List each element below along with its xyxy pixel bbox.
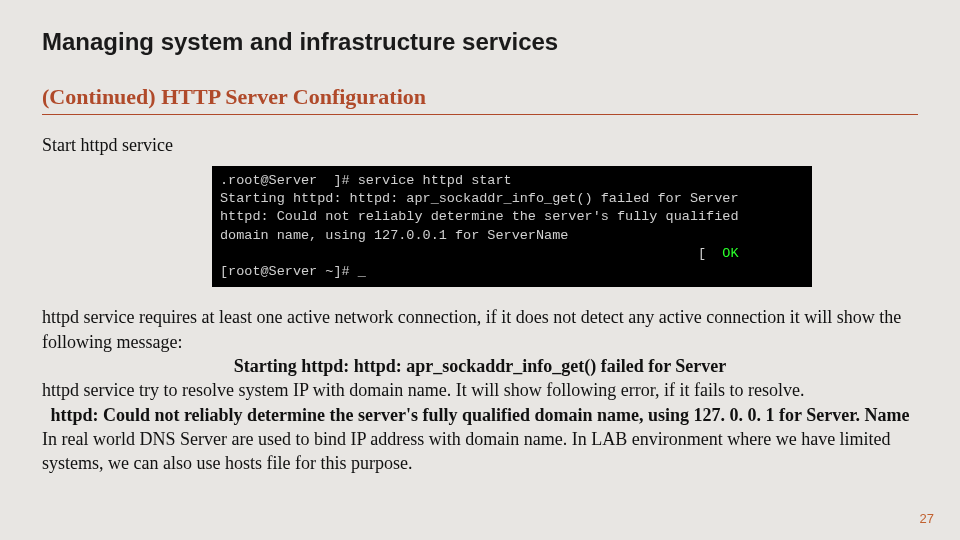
- terminal-ok-label: OK: [722, 246, 738, 261]
- intro-text: Start httpd service: [42, 135, 918, 156]
- bold-msg-2: httpd: Could not reliably determine the …: [42, 403, 918, 427]
- page-number: 27: [920, 511, 934, 526]
- terminal-line-1: .root@Server ]# service httpd start: [220, 173, 512, 188]
- terminal-line-2: Starting httpd: httpd: apr_sockaddr_info…: [220, 191, 738, 206]
- slide: Managing system and infrastructure servi…: [0, 0, 960, 540]
- section-subheading: (Continued) HTTP Server Configuration: [42, 84, 918, 115]
- terminal-line-3: httpd: Could not reliably determine the …: [220, 209, 738, 224]
- terminal-line-4: domain name, using 127.0.0.1 for ServerN…: [220, 228, 568, 243]
- body-paragraphs: httpd service requires at least one acti…: [42, 305, 918, 475]
- slide-title: Managing system and infrastructure servi…: [42, 28, 918, 56]
- para-2: httpd service try to resolve system IP w…: [42, 380, 804, 400]
- para-1: httpd service requires at least one acti…: [42, 307, 901, 351]
- terminal-output: .root@Server ]# service httpd start Star…: [212, 166, 812, 287]
- bold-msg-1: Starting httpd: httpd: apr_sockaddr_info…: [42, 354, 918, 378]
- terminal-line-5-open: [: [220, 246, 722, 261]
- para-3: In real world DNS Server are used to bin…: [42, 429, 891, 473]
- terminal-line-6: [root@Server ~]# _: [220, 264, 366, 279]
